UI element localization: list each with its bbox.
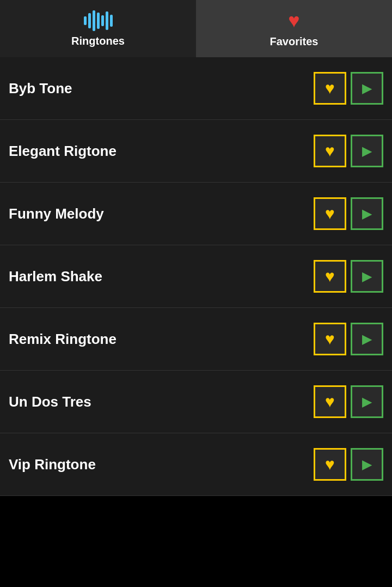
favorite-button[interactable]: ♥: [314, 197, 346, 230]
ringtone-actions: ♥ ▶: [314, 72, 383, 105]
ringtone-name: Remix Ringtone: [9, 331, 117, 348]
soundwave-bar-4: [97, 13, 100, 29]
play-icon: ▶: [362, 143, 372, 159]
play-button[interactable]: ▶: [351, 197, 383, 230]
favorite-button[interactable]: ♥: [314, 323, 346, 355]
soundwave-bar-1: [84, 16, 87, 25]
play-button[interactable]: ▶: [351, 385, 383, 418]
play-button[interactable]: ▶: [351, 323, 383, 355]
favorite-button[interactable]: ♥: [314, 448, 346, 481]
heart-icon: ♥: [325, 330, 335, 348]
ringtone-name: Un Dos Tres: [9, 394, 91, 410]
list-item: Funny Melody ♥ ▶: [0, 183, 392, 245]
play-icon: ▶: [362, 457, 372, 472]
play-icon: ▶: [362, 206, 372, 221]
ringtone-name: Byb Tone: [9, 80, 72, 97]
soundwave-bar-2: [88, 13, 91, 28]
soundwave-bar-7: [110, 15, 113, 27]
list-item: Un Dos Tres ♥ ▶: [0, 371, 392, 433]
play-icon: ▶: [362, 394, 372, 409]
ringtone-list: Byb Tone ♥ ▶ Elegant Rigtone ♥ ▶ Funny M…: [0, 57, 392, 496]
ringtone-actions: ♥ ▶: [314, 385, 383, 418]
list-item: Elegant Rigtone ♥ ▶: [0, 120, 392, 183]
ringtone-actions: ♥ ▶: [314, 135, 383, 167]
heart-icon: ♥: [325, 392, 335, 411]
play-button[interactable]: ▶: [351, 260, 383, 293]
favorite-button[interactable]: ♥: [314, 72, 346, 105]
list-item: Vip Ringtone ♥ ▶: [0, 433, 392, 496]
list-item: Remix Ringtone ♥ ▶: [0, 308, 392, 371]
ringtone-name: Vip Ringtone: [9, 456, 96, 473]
ringtone-name: Harlem Shake: [9, 268, 102, 285]
heart-icon: ♥: [325, 267, 335, 286]
soundwave-bar-3: [93, 10, 95, 31]
ringtone-actions: ♥ ▶: [314, 197, 383, 230]
favorite-button[interactable]: ♥: [314, 385, 346, 418]
list-item: Byb Tone ♥ ▶: [0, 57, 392, 120]
tab-bar: Ringtones ♥ Favorites: [0, 0, 392, 57]
heart-icon: ♥: [325, 204, 335, 223]
play-button[interactable]: ▶: [351, 135, 383, 167]
play-icon: ▶: [362, 269, 372, 284]
heart-icon: ♥: [325, 455, 335, 474]
tab-favorites[interactable]: ♥ Favorites: [196, 0, 392, 57]
ringtone-actions: ♥ ▶: [314, 323, 383, 355]
list-item: Harlem Shake ♥ ▶: [0, 245, 392, 308]
tab-favorites-label: Favorites: [270, 35, 318, 48]
heart-icon: ♥: [325, 142, 335, 160]
ringtone-actions: ♥ ▶: [314, 448, 383, 481]
soundwave-icon: [84, 10, 113, 32]
play-button[interactable]: ▶: [351, 448, 383, 481]
ringtone-name: Funny Melody: [9, 205, 104, 222]
heart-icon: ♥: [288, 9, 299, 32]
tab-ringtones[interactable]: Ringtones: [0, 0, 196, 57]
ringtone-name: Elegant Rigtone: [9, 143, 117, 160]
favorite-button[interactable]: ♥: [314, 135, 346, 167]
play-icon: ▶: [362, 331, 372, 347]
heart-icon: ♥: [325, 79, 335, 98]
ringtone-actions: ♥ ▶: [314, 260, 383, 293]
tab-ringtones-label: Ringtones: [71, 35, 125, 47]
play-button[interactable]: ▶: [351, 72, 383, 105]
play-icon: ▶: [362, 81, 372, 96]
soundwave-bar-5: [101, 15, 104, 26]
soundwave-bar-6: [106, 11, 108, 30]
favorite-button[interactable]: ♥: [314, 260, 346, 293]
